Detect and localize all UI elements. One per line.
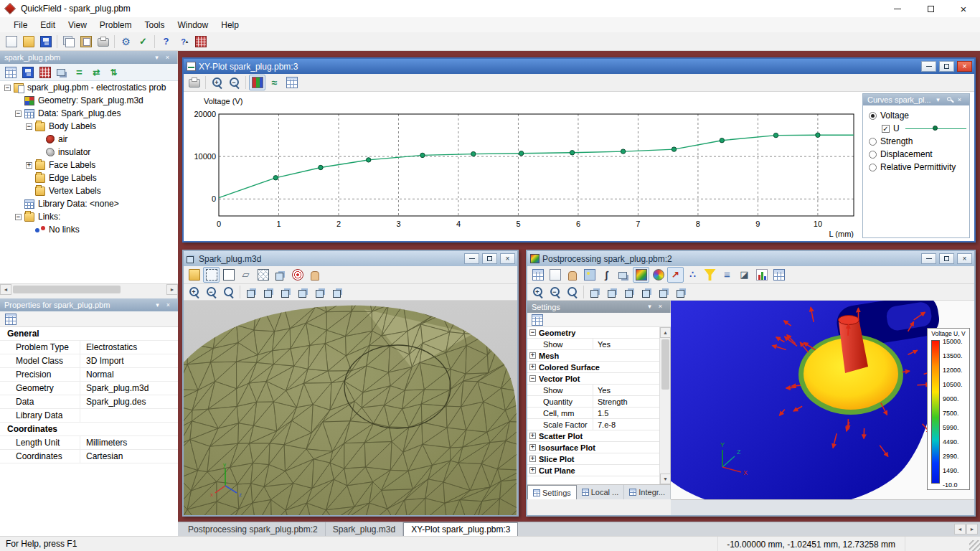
post-3d-viewport[interactable]: Y Z X Voltage U, V 15000.13500.12000.105…: [671, 301, 974, 499]
equals-button[interactable]: [71, 65, 88, 80]
settings-row-quantity[interactable]: QuantityStrength: [527, 396, 660, 408]
settings-panel-menu-button[interactable]: ▾: [644, 302, 655, 311]
settings-tab-local[interactable]: Local ...: [577, 485, 625, 499]
xyplot-titlebar[interactable]: XY-Plot spark_plug.pbm:3 ×: [184, 59, 974, 74]
xyplot-close-button[interactable]: ×: [957, 61, 972, 72]
menu-item-tools[interactable]: Tools: [138, 17, 171, 32]
cube-front-button[interactable]: [260, 284, 277, 300]
expand-icon[interactable]: +: [529, 352, 536, 359]
xyplot-minimize-button[interactable]: [921, 61, 936, 72]
settings-panel-close-button[interactable]: ×: [655, 302, 666, 311]
property-group-general[interactable]: General: [0, 327, 178, 341]
expand-icon[interactable]: +: [529, 444, 536, 451]
legend-button[interactable]: [249, 75, 265, 90]
tree-item-data-spark-plug-des[interactable]: −Data: Spark_plug.des: [0, 107, 178, 120]
select-button[interactable]: [203, 267, 220, 283]
scroll-left-icon[interactable]: ◄: [0, 284, 11, 295]
funnel-button[interactable]: [702, 267, 718, 283]
cube-back-button[interactable]: [621, 284, 638, 300]
integral-button[interactable]: [598, 267, 615, 283]
table-button[interactable]: [2, 65, 19, 80]
settings-group-isosurface-plot[interactable]: +Isosurface Plot: [527, 442, 660, 453]
radio-icon[interactable]: [869, 112, 877, 120]
property-row-model-class[interactable]: Model Class3D Import: [0, 354, 178, 368]
copy-button[interactable]: [60, 34, 77, 50]
open-button[interactable]: [186, 267, 202, 283]
properties-panel-menu-button[interactable]: ▾: [152, 301, 163, 310]
gear-button[interactable]: [118, 34, 134, 50]
cube-back-button[interactable]: [278, 284, 294, 300]
project-panel-close-button[interactable]: ×: [162, 53, 173, 62]
target-button[interactable]: [289, 267, 306, 283]
scroll-thumb[interactable]: [661, 339, 669, 390]
settings-tab-integr[interactable]: Integr...: [624, 485, 671, 499]
help-button[interactable]: [158, 34, 174, 50]
model-minimize-button[interactable]: [464, 253, 479, 264]
tree-item-links[interactable]: −Links:: [0, 210, 178, 223]
sync-button[interactable]: [88, 65, 105, 80]
resize-grip-icon[interactable]: [969, 540, 980, 551]
settings-group-colored-surface[interactable]: +Colored Surface: [527, 362, 660, 373]
rect-button[interactable]: [220, 267, 237, 283]
curves-panel-menu-button[interactable]: ▾: [933, 95, 943, 105]
windows-button[interactable]: [616, 267, 632, 283]
cube-iso-button[interactable]: [587, 284, 603, 300]
model-maximize-button[interactable]: [482, 253, 497, 264]
scroll-up-icon[interactable]: ▲: [660, 327, 671, 338]
box3d-button[interactable]: [272, 267, 288, 283]
settings-row-show[interactable]: ShowYes: [527, 385, 660, 396]
property-row-problem-type[interactable]: Problem TypeElectrostatics: [0, 341, 178, 354]
property-row-data[interactable]: DataSpark_plug.des: [0, 395, 178, 409]
cube-left-button[interactable]: [295, 284, 311, 300]
post-close-button[interactable]: ×: [957, 253, 972, 264]
cube-top-button[interactable]: [673, 284, 689, 300]
curves-button[interactable]: [266, 75, 283, 90]
settings-row-scale-factor[interactable]: Scale Factor7.e-8: [527, 419, 660, 430]
app-maximize-button[interactable]: [914, 0, 947, 17]
poly-button[interactable]: [237, 267, 254, 283]
scatter-button[interactable]: [684, 267, 701, 283]
model-titlebar[interactable]: Spark_plug.m3d ×: [184, 251, 517, 266]
settings-categorize-button[interactable]: [529, 312, 545, 328]
tree-item-no-links[interactable]: No links: [0, 223, 178, 236]
open-button[interactable]: [20, 34, 37, 50]
windows-button[interactable]: [54, 65, 70, 80]
collapse-icon[interactable]: −: [15, 110, 22, 117]
slice-button[interactable]: [736, 267, 753, 283]
save-button[interactable]: [19, 65, 36, 80]
document-tab-postprocessing-spark-plug-pbm-2[interactable]: Postprocessing spark_plug.pbm:2: [181, 522, 326, 536]
settings-group-slice-plot[interactable]: +Slice Plot: [527, 453, 660, 465]
radio-icon[interactable]: [869, 164, 877, 171]
property-row-precision[interactable]: PrecisionNormal: [0, 368, 178, 382]
settings-row-show[interactable]: ShowYes: [527, 339, 660, 350]
tree-item-geometry-spark-plug-m3d[interactable]: Geometry: Spark_plug.m3d: [0, 94, 178, 107]
collapse-icon[interactable]: −: [15, 214, 22, 220]
document-tab-xy-plot-spark-plug-pbm-3[interactable]: XY-Plot spark_plug.pbm:3: [403, 522, 518, 536]
hand-button[interactable]: [306, 267, 323, 283]
settings-vscrollbar[interactable]: ▲ ▼: [659, 327, 670, 484]
property-row-library-data[interactable]: Library Data: [0, 409, 178, 423]
cube-right-button[interactable]: [656, 284, 672, 300]
curve-option-voltage[interactable]: Voltage: [863, 109, 969, 122]
menu-item-edit[interactable]: Edit: [34, 17, 62, 32]
expand-icon[interactable]: +: [529, 467, 536, 474]
settings-row-cell-mm[interactable]: Cell, mm1.5: [527, 408, 660, 419]
tabs-scroll-left-icon[interactable]: ◄: [954, 524, 966, 534]
tree-item-spark-plug-pbm-electrostatics-prob[interactable]: −spark_plug.pbm - electrostatics prob: [0, 81, 178, 94]
curves-panel-pin-button[interactable]: [943, 95, 954, 105]
tree-item-air[interactable]: air: [0, 133, 178, 146]
xyplot-maximize-button[interactable]: [939, 61, 954, 72]
paste-button[interactable]: [77, 34, 94, 50]
property-group-coordinates[interactable]: Coordinates: [0, 423, 178, 436]
curves-panel-close-button[interactable]: ×: [954, 95, 965, 105]
zoom-in-button[interactable]: +: [186, 284, 202, 300]
settings-group-vector-plot[interactable]: −Vector Plot: [527, 373, 660, 385]
grid-button[interactable]: [771, 267, 787, 283]
zoom-in-button[interactable]: +: [209, 75, 225, 90]
radio-icon[interactable]: [869, 151, 877, 159]
page-button[interactable]: [547, 267, 563, 283]
post-maximize-button[interactable]: [939, 253, 954, 264]
tree-item-body-labels[interactable]: −Body Labels: [0, 120, 178, 133]
collapse-icon[interactable]: −: [26, 123, 32, 130]
curve-option-strength[interactable]: Strength: [863, 135, 969, 148]
